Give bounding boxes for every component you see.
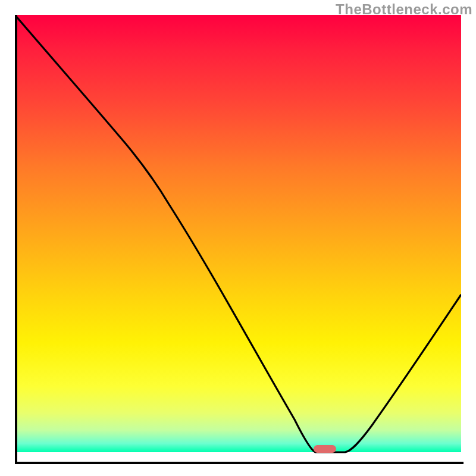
x-axis — [15, 462, 464, 464]
y-axis — [15, 15, 17, 464]
optimal-marker — [314, 445, 336, 453]
plot-area — [15, 15, 461, 464]
curve-path — [15, 15, 461, 452]
bottleneck-curve — [15, 15, 461, 464]
chart-container: TheBottleneck.com — [0, 0, 476, 476]
